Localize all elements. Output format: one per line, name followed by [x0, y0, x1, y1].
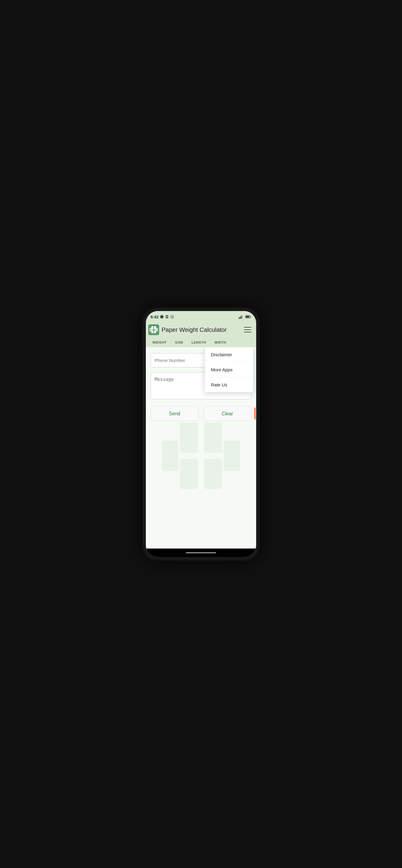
tab-weight[interactable]: WEIGHT — [148, 338, 171, 347]
menu-button[interactable] — [244, 326, 251, 333]
svg-rect-9 — [250, 316, 251, 317]
dropdown-rate-us[interactable]: Rate Us — [205, 377, 253, 392]
tab-bar: WEIGHT GSM LENGTH WIDTH — [146, 338, 256, 347]
svg-rect-6 — [241, 316, 242, 319]
svg-rect-12 — [154, 326, 156, 330]
svg-rect-15 — [150, 328, 152, 332]
status-bar: 6:42 — [146, 311, 256, 322]
svg-point-3 — [172, 316, 173, 317]
svg-rect-10 — [246, 316, 249, 318]
svg-rect-4 — [239, 317, 240, 319]
dropdown-more-apps[interactable]: More Apps — [205, 362, 253, 377]
app-logo — [148, 324, 159, 335]
phone-screen: 6:42 — [146, 311, 256, 557]
bottom-bar — [146, 549, 256, 557]
svg-rect-14 — [154, 330, 156, 333]
tab-length[interactable]: LENGTH — [187, 338, 210, 347]
battery-icon — [245, 315, 251, 318]
gear-icon — [170, 315, 174, 319]
signal-icon — [239, 315, 244, 319]
dropdown-menu: Disclaimer More Apps Rate Us — [205, 347, 253, 392]
svg-rect-13 — [151, 330, 153, 333]
home-indicator[interactable] — [186, 552, 216, 553]
tab-gsm[interactable]: GSM — [171, 338, 187, 347]
svg-rect-17 — [180, 423, 198, 453]
svg-rect-16 — [156, 328, 158, 332]
svg-rect-2 — [166, 316, 167, 317]
svg-rect-20 — [204, 459, 222, 489]
status-left: 6:42 — [151, 315, 174, 319]
watermark-logo — [162, 416, 240, 495]
app-title: Paper Weight Calculator — [161, 327, 242, 333]
status-right — [239, 315, 251, 319]
time-display: 6:42 — [151, 315, 158, 319]
svg-rect-18 — [204, 423, 222, 453]
app-bar: Paper Weight Calculator — [146, 322, 256, 338]
svg-rect-22 — [224, 441, 240, 471]
dropdown-disclaimer[interactable]: Disclaimer — [205, 347, 253, 362]
scroll-indicator — [254, 407, 255, 420]
svg-rect-19 — [180, 459, 198, 489]
tab-width[interactable]: WIDTH — [210, 338, 230, 347]
settings-icon — [160, 315, 164, 319]
phone-frame: 6:42 — [142, 307, 260, 561]
svg-rect-21 — [162, 441, 178, 471]
content-area: Send Clear Disclaimer More Apps Rate Us — [146, 347, 256, 549]
svg-rect-5 — [240, 316, 241, 319]
sim-icon — [165, 315, 169, 319]
svg-rect-11 — [151, 326, 153, 330]
svg-rect-7 — [242, 315, 243, 319]
